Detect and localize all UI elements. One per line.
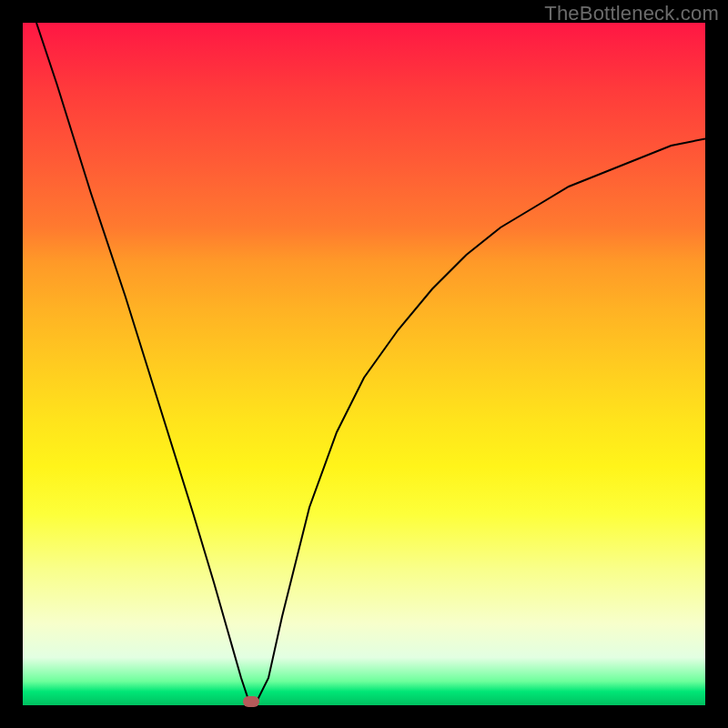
minimum-marker <box>243 696 259 707</box>
curve-path <box>36 23 705 705</box>
bottleneck-curve <box>23 23 705 705</box>
chart-frame: TheBottleneck.com <box>0 0 728 728</box>
plot-area <box>23 23 705 705</box>
